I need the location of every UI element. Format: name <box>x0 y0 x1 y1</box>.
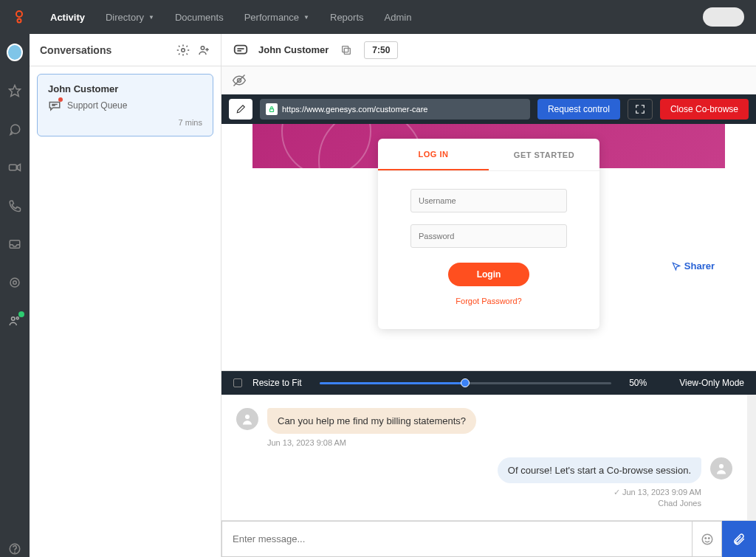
resize-label: Resize to Fit <box>252 378 302 388</box>
customer-message: Can you help me find my billing statemen… <box>267 408 476 434</box>
nav-performance[interactable]: Performance▼ <box>234 0 320 34</box>
copy-icon[interactable] <box>337 41 355 59</box>
svg-rect-3 <box>10 165 17 170</box>
banner-row <box>221 66 756 94</box>
conversation-name: John Customer <box>48 83 202 94</box>
agent-avatar <box>710 457 732 480</box>
cobrowse-viewport: LOG IN GET STARTED Login Forgot Password… <box>221 124 756 371</box>
url-bar: https://www.genesys.com/customer-care <box>260 99 530 120</box>
svg-point-20 <box>282 124 371 168</box>
nav-reports[interactable]: Reports <box>320 0 374 34</box>
top-nav: Activity Directory▼ Documents Performanc… <box>0 0 756 34</box>
cobrowse-toolbar: https://www.genesys.com/customer-care Re… <box>221 94 756 124</box>
emoji-icon[interactable] <box>693 521 722 557</box>
svg-marker-2 <box>10 86 21 97</box>
login-button[interactable]: Login <box>448 263 529 286</box>
username-input[interactable] <box>410 189 567 212</box>
svg-rect-15 <box>345 48 351 54</box>
nav-directory[interactable]: Directory▼ <box>95 0 165 34</box>
svg-point-26 <box>708 537 709 539</box>
nav-admin[interactable]: Admin <box>374 0 422 34</box>
view-mode-label: View-Only Mode <box>679 378 744 388</box>
svg-point-22 <box>245 415 250 419</box>
svg-point-13 <box>201 46 205 49</box>
agent-name-label: Chad Jones <box>236 499 701 508</box>
url-text: https://www.genesys.com/customer-care <box>282 105 427 114</box>
conversation-icon <box>232 41 250 59</box>
agent-message: Of course! Let's start a Co-browse sessi… <box>498 457 701 483</box>
message-row: Of course! Let's start a Co-browse sessi… <box>236 457 732 483</box>
message-icon <box>48 99 61 112</box>
edit-button[interactable] <box>229 99 252 120</box>
message-input-bar <box>221 520 756 557</box>
svg-point-24 <box>702 534 712 544</box>
chevron-down-icon: ▼ <box>148 14 154 21</box>
svg-point-9 <box>16 317 18 319</box>
nav-activity[interactable]: Activity <box>40 0 95 34</box>
forgot-password-link[interactable]: Forgot Password? <box>410 297 567 305</box>
close-cobrowse-button[interactable]: Close Co-browse <box>660 99 749 120</box>
app-logo <box>12 10 27 24</box>
svg-point-1 <box>18 19 21 23</box>
message-timestamp: ✓ Jun 13, 2023 9:09 AM <box>236 488 701 497</box>
message-timestamp: Jun 13, 2023 9:08 AM <box>267 438 732 447</box>
star-icon[interactable] <box>7 83 23 99</box>
customer-avatar <box>236 408 258 430</box>
expand-button[interactable] <box>628 99 653 120</box>
svg-marker-4 <box>18 165 21 171</box>
slider-thumb[interactable] <box>461 378 470 387</box>
tab-get-started[interactable]: GET STARTED <box>489 139 599 170</box>
svg-point-25 <box>705 537 707 539</box>
chat-icon[interactable] <box>7 121 23 137</box>
svg-point-23 <box>719 464 724 468</box>
center-panel: John Customer 7:50 https://www.genesys.c… <box>221 34 756 557</box>
zoom-percent: 50% <box>629 378 647 388</box>
request-control-button[interactable]: Request control <box>537 99 620 120</box>
gear-icon[interactable] <box>176 44 190 57</box>
video-icon[interactable] <box>7 159 23 176</box>
ring-icon[interactable] <box>7 274 23 291</box>
people-icon[interactable] <box>7 313 23 329</box>
conversations-title: Conversations <box>40 44 111 56</box>
message-input[interactable] <box>221 521 693 557</box>
conversations-panel: Conversations John Customer Support Queu… <box>30 34 221 557</box>
message-row: Can you help me find my billing statemen… <box>236 408 732 434</box>
svg-point-0 <box>16 11 22 17</box>
password-input[interactable] <box>410 224 567 248</box>
chat-area: Can you help me find my billing statemen… <box>221 395 756 520</box>
rail-avatar[interactable] <box>7 44 23 60</box>
add-person-icon[interactable] <box>197 44 210 57</box>
zoom-bar: Resize to Fit 50% View-Only Mode <box>221 371 756 395</box>
nav-documents[interactable]: Documents <box>165 0 234 34</box>
conversation-card[interactable]: John Customer Support Queue 7 mins <box>37 74 213 136</box>
lock-icon <box>266 103 278 115</box>
zoom-slider[interactable] <box>320 382 611 384</box>
sharer-cursor: Sharer <box>671 260 715 271</box>
inbox-icon[interactable] <box>7 236 23 252</box>
queue-label: Support Queue <box>67 100 127 111</box>
resize-checkbox[interactable] <box>233 378 242 387</box>
phone-icon[interactable] <box>7 198 23 214</box>
call-timer: 7:50 <box>364 41 398 59</box>
login-card: LOG IN GET STARTED Login Forgot Password… <box>378 139 599 329</box>
svg-rect-19 <box>270 109 274 112</box>
customer-name: John Customer <box>258 44 329 55</box>
svg-point-11 <box>15 552 16 553</box>
svg-point-7 <box>13 281 17 285</box>
customer-header: John Customer 7:50 <box>221 34 756 66</box>
svg-point-12 <box>182 48 185 52</box>
main-layout: Conversations John Customer Support Queu… <box>0 34 756 557</box>
svg-point-8 <box>12 317 16 321</box>
conversation-time: 7 mins <box>48 118 202 127</box>
tab-login[interactable]: LOG IN <box>378 139 489 170</box>
svg-rect-14 <box>235 45 247 53</box>
conversations-header: Conversations <box>30 34 221 66</box>
eye-off-icon[interactable] <box>232 73 247 88</box>
chevron-down-icon: ▼ <box>303 14 309 21</box>
attachment-button[interactable] <box>722 521 756 557</box>
help-icon[interactable] <box>7 541 23 557</box>
left-rail <box>0 34 30 557</box>
search-field[interactable] <box>703 7 744 27</box>
svg-point-6 <box>10 278 19 287</box>
svg-rect-16 <box>343 46 348 52</box>
